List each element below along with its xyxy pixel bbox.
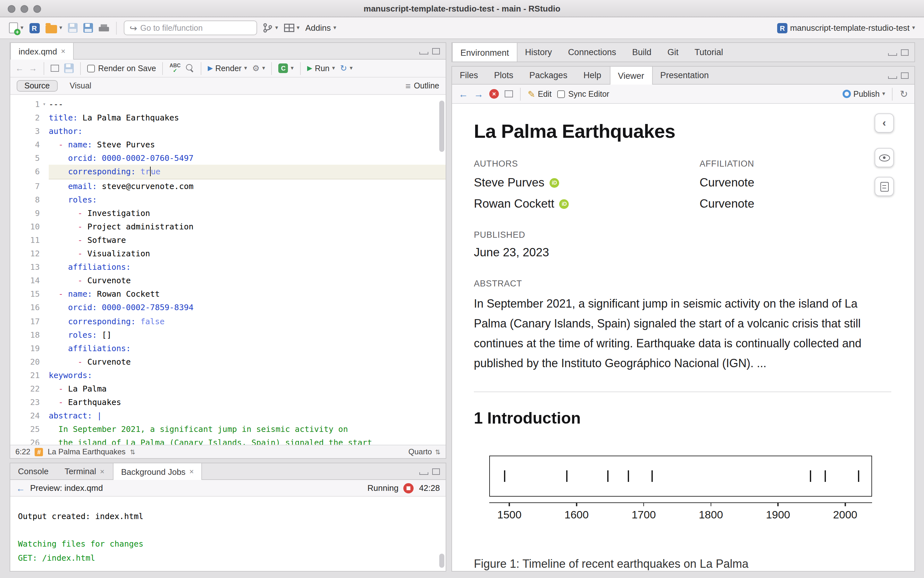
close-tab-icon[interactable]: ×	[100, 467, 104, 476]
goto-file-input[interactable]	[140, 23, 252, 32]
editor-line[interactable]: 10 - Project administration	[10, 220, 446, 233]
forward-icon[interactable]: →	[474, 89, 483, 99]
code-editor[interactable]: 1▾---2title: La Palma Earthquakes3author…	[10, 95, 446, 445]
tab-index.qmd[interactable]: index.qmd×	[10, 43, 74, 60]
editor-line[interactable]: 22 - La Palma	[10, 382, 446, 395]
tab-git[interactable]: Git	[660, 43, 687, 62]
console-scrollbar[interactable]	[439, 554, 444, 568]
render-settings-button[interactable]: ⚙ ▾	[252, 64, 265, 72]
editor-line[interactable]: 3author:	[10, 124, 446, 138]
tab-background-jobs[interactable]: Background Jobs×	[113, 463, 202, 480]
edit-button[interactable]: ✎ Edit	[528, 89, 552, 99]
editor-line[interactable]: 13 affiliations:	[10, 260, 446, 274]
close-tab-icon[interactable]: ×	[189, 467, 194, 476]
editor-line[interactable]: 5 orcid: 0000-0002-0760-5497	[10, 151, 446, 165]
insert-chunk-button[interactable]: C ▾	[278, 63, 294, 73]
editor-line[interactable]: 26 the island of La Palma (Canary Island…	[10, 436, 446, 445]
publish-button[interactable]: Publish ▾	[843, 89, 885, 98]
editor-line[interactable]: 23 - Earthquakes	[10, 395, 446, 409]
save-icon[interactable]	[64, 63, 74, 73]
sync-editor-input[interactable]	[558, 90, 565, 98]
version-control-button[interactable]: ▾	[263, 23, 278, 32]
editor-line[interactable]: 2title: La Palma Earthquakes	[10, 111, 446, 124]
minimize-pane-icon[interactable]	[888, 72, 896, 78]
search-icon[interactable]	[185, 64, 194, 72]
zoom-button[interactable]	[33, 5, 41, 13]
minimize-pane-icon[interactable]	[420, 468, 427, 474]
tab-presentation[interactable]: Presentation	[652, 67, 717, 84]
tab-build[interactable]: Build	[625, 43, 660, 62]
render-on-save-checkbox[interactable]: Render on Save	[87, 64, 156, 73]
editor-line[interactable]: 1▾---	[10, 97, 446, 111]
minimize-pane-icon[interactable]	[888, 49, 896, 55]
caret-down-icon[interactable]: ▾	[244, 65, 247, 71]
maximize-pane-icon[interactable]	[901, 49, 909, 55]
tab-terminal[interactable]: Terminal×	[57, 463, 112, 479]
sync-editor-checkbox[interactable]: Sync Editor	[558, 89, 610, 98]
tab-files[interactable]: Files	[452, 67, 486, 84]
popout-icon[interactable]	[50, 65, 59, 72]
panes-layout-button[interactable]: ▾	[284, 24, 299, 32]
annotations-button[interactable]	[875, 177, 894, 196]
preview-visibility-button[interactable]	[875, 148, 894, 167]
editor-line[interactable]: 7 email: steve@curvenote.com	[10, 179, 446, 193]
editor-line[interactable]: 24abstract: |	[10, 409, 446, 422]
caret-down-icon[interactable]: ▾	[350, 65, 353, 71]
minimize-pane-icon[interactable]	[420, 48, 427, 54]
editor-line[interactable]: 9 - Investigation	[10, 206, 446, 220]
close-button[interactable]	[8, 5, 15, 13]
stop-job-icon[interactable]	[403, 483, 414, 493]
editor-line[interactable]: 15 - name: Rowan Cockett	[10, 287, 446, 301]
editor-scrollbar[interactable]	[439, 101, 444, 152]
clear-viewer-icon[interactable]: ×	[489, 89, 499, 99]
goto-file-search[interactable]: ↪	[124, 21, 257, 35]
maximize-pane-icon[interactable]	[901, 72, 909, 78]
render-on-save-input[interactable]	[87, 64, 95, 72]
editor-line[interactable]: 19 affiliations:	[10, 341, 446, 355]
editor-line[interactable]: 17 corresponding: false	[10, 314, 446, 328]
save-icon[interactable]	[68, 23, 78, 32]
caret-down-icon[interactable]: ▾	[296, 25, 299, 31]
maximize-pane-icon[interactable]	[432, 468, 440, 474]
orcid-icon[interactable]: iD	[560, 199, 569, 209]
editor-line[interactable]: 8 roles:	[10, 193, 446, 206]
editor-line[interactable]: 25 In September 2021, a significant jump…	[10, 423, 446, 436]
caret-down-icon[interactable]: ▾	[59, 25, 62, 31]
collapse-panel-button[interactable]: ‹	[875, 114, 894, 133]
open-in-new-window-icon[interactable]	[504, 90, 513, 97]
editor-line[interactable]: 6 corresponding: true	[10, 165, 446, 179]
caret-down-icon[interactable]: ▾	[332, 65, 335, 71]
tab-environment[interactable]: Environment	[452, 43, 517, 62]
tab-plots[interactable]: Plots	[486, 67, 522, 84]
language-selector[interactable]: Quarto ⇅	[408, 447, 441, 456]
forward-icon[interactable]: →	[29, 64, 37, 72]
addins-menu[interactable]: Addins ▾	[305, 23, 336, 32]
tab-history[interactable]: History	[517, 43, 560, 62]
refresh-icon[interactable]: ↻	[900, 89, 908, 99]
close-tab-icon[interactable]: ×	[61, 47, 65, 56]
tab-connections[interactable]: Connections	[560, 43, 625, 62]
editor-line[interactable]: 11 - Software	[10, 233, 446, 247]
tab-console[interactable]: Console	[10, 463, 57, 479]
job-output[interactable]: Output created: index.html Watching file…	[10, 497, 446, 565]
tab-viewer[interactable]: Viewer	[610, 67, 652, 84]
open-file-button[interactable]: ▾	[45, 23, 62, 33]
project-selector[interactable]: R manuscript-template-rstudio-test ▾	[777, 23, 915, 33]
back-icon[interactable]: ←	[15, 64, 24, 72]
caret-down-icon[interactable]: ▾	[275, 25, 278, 31]
print-icon[interactable]	[99, 24, 109, 33]
editor-line[interactable]: 12 - Visualization	[10, 247, 446, 260]
tab-help[interactable]: Help	[576, 67, 610, 84]
back-icon[interactable]: ←	[459, 89, 468, 99]
updown-icon[interactable]: ⇅	[130, 448, 136, 455]
save-all-icon[interactable]	[83, 23, 93, 32]
back-icon[interactable]: ←	[16, 484, 25, 492]
rerun-button[interactable]: ↻ ▾	[340, 64, 353, 72]
caret-down-icon[interactable]: ▾	[882, 91, 885, 97]
editor-line[interactable]: 14 - Curvenote	[10, 274, 446, 287]
caret-down-icon[interactable]: ▾	[262, 65, 265, 71]
render-button[interactable]: Render ▾	[207, 64, 247, 73]
source-mode-button[interactable]: Source	[17, 80, 57, 92]
outline-button[interactable]: ≡ Outline	[405, 81, 439, 90]
new-project-icon[interactable]: R	[29, 23, 39, 33]
